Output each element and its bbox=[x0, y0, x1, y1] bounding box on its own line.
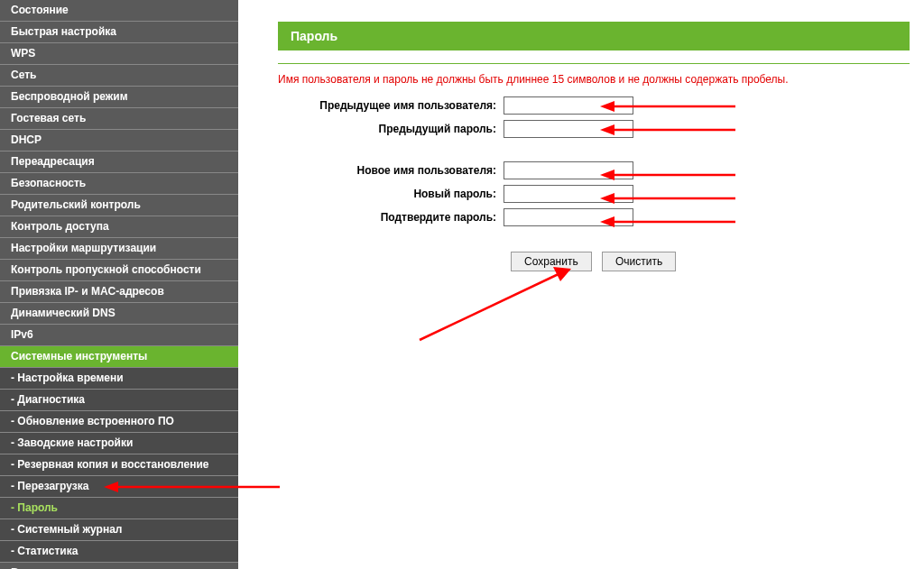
menu-backup[interactable]: - Резервная копия и восстановление bbox=[0, 454, 238, 476]
menu-access-control[interactable]: Контроль доступа bbox=[0, 216, 238, 238]
menu-time[interactable]: - Настройка времени bbox=[0, 368, 238, 390]
annotation-arrow bbox=[600, 97, 735, 115]
menu-system-tools[interactable]: Системные инструменты bbox=[0, 346, 238, 368]
label-new-user: Новое имя пользователя: bbox=[278, 164, 504, 177]
label-old-pass: Предыдущий пароль: bbox=[278, 123, 504, 135]
menu-ipmac[interactable]: Привязка IP- и MAC-адресов bbox=[0, 281, 238, 303]
menu-security[interactable]: Безопасность bbox=[0, 173, 238, 195]
page-title: Пароль bbox=[278, 22, 910, 50]
menu-factory[interactable]: - Заводские настройки bbox=[0, 433, 238, 454]
label-confirm-pass: Подтвердите пароль: bbox=[278, 211, 504, 224]
annotation-arrow bbox=[600, 213, 735, 231]
menu-wireless[interactable]: Беспроводной режим bbox=[0, 87, 238, 108]
menu-password[interactable]: - Пароль bbox=[0, 498, 238, 519]
annotation-arrow bbox=[600, 189, 735, 207]
menu-statistics[interactable]: - Статистика bbox=[0, 541, 238, 563]
menu-wps[interactable]: WPS bbox=[0, 43, 238, 65]
menu-forwarding[interactable]: Переадресация bbox=[0, 151, 238, 173]
menu-ipv6[interactable]: IPv6 bbox=[0, 325, 238, 346]
annotation-arrow bbox=[600, 121, 735, 139]
annotation-arrow bbox=[104, 478, 280, 496]
menu-syslog[interactable]: - Системный журнал bbox=[0, 519, 238, 541]
annotation-arrow bbox=[411, 254, 582, 344]
label-old-user: Предыдущее имя пользователя: bbox=[278, 99, 504, 112]
label-new-pass: Новый пароль: bbox=[278, 188, 504, 200]
menu-firmware[interactable]: - Обновление встроенного ПО bbox=[0, 411, 238, 433]
menu-dhcp[interactable]: DHCP bbox=[0, 130, 238, 151]
menu-diagnostics[interactable]: - Диагностика bbox=[0, 390, 238, 411]
svg-marker-5 bbox=[600, 170, 614, 180]
warning-text: Имя пользователя и пароль не должны быть… bbox=[278, 73, 924, 86]
menu-routing[interactable]: Настройки маршрутизации bbox=[0, 238, 238, 260]
svg-line-10 bbox=[420, 272, 562, 340]
clear-button[interactable]: Очистить bbox=[602, 252, 676, 271]
svg-marker-13 bbox=[104, 482, 118, 492]
annotation-arrow bbox=[600, 166, 735, 184]
menu-parental[interactable]: Родительский контроль bbox=[0, 195, 238, 216]
menu-logout[interactable]: Выход bbox=[0, 563, 238, 569]
menu-quick-setup[interactable]: Быстрая настройка bbox=[0, 22, 238, 43]
menu-bandwidth[interactable]: Контроль пропускной способности bbox=[0, 260, 238, 281]
svg-marker-1 bbox=[600, 101, 614, 112]
menu-guest[interactable]: Гостевая сеть bbox=[0, 108, 238, 130]
menu-ddns[interactable]: Динамический DNS bbox=[0, 303, 238, 325]
divider bbox=[278, 63, 910, 64]
menu-status[interactable]: Состояние bbox=[0, 0, 238, 22]
svg-marker-7 bbox=[600, 193, 614, 204]
menu-network[interactable]: Сеть bbox=[0, 65, 238, 87]
svg-marker-3 bbox=[600, 124, 614, 135]
svg-marker-9 bbox=[600, 216, 614, 227]
